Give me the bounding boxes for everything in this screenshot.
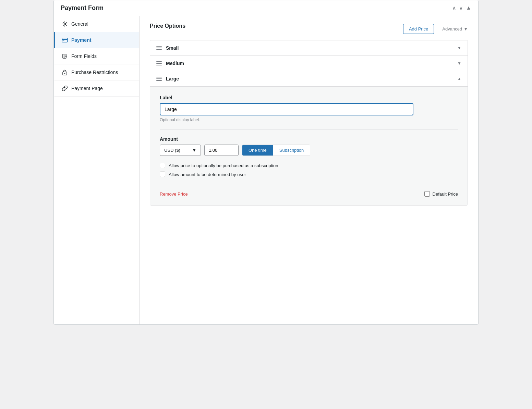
default-price-checkbox[interactable] [424, 191, 430, 197]
sidebar-item-form-fields-label: Form Fields [71, 53, 97, 59]
price-row-large[interactable]: Large ▲ [150, 71, 468, 87]
window-title: Payment Form [61, 4, 104, 12]
chevron-up-icon[interactable]: ∧ [452, 5, 456, 11]
allow-subscription-checkbox[interactable] [160, 163, 165, 168]
gear-icon [62, 21, 68, 27]
chevron-down-icon[interactable]: ∨ [459, 5, 463, 11]
sidebar-item-payment[interactable]: Payment [54, 32, 139, 48]
default-price-row: Default Price [424, 191, 458, 197]
sidebar-item-payment-label: Payment [71, 37, 91, 43]
allow-subscription-label: Allow price to optionally be purchased a… [169, 163, 278, 168]
price-label-large: Large [166, 76, 179, 82]
add-price-button[interactable]: Add Price [403, 24, 434, 34]
currency-value: USD ($) [164, 148, 180, 153]
main-content: Price Options Add Price Advanced ▼ [140, 16, 478, 324]
amount-row: USD ($) ▼ One time Subscription [160, 145, 458, 156]
credit-card-icon [62, 37, 68, 43]
subscription-button[interactable]: Subscription [273, 145, 310, 156]
divider-2 [160, 184, 458, 184]
payment-type-toggle: One time Subscription [242, 145, 310, 156]
sidebar-item-purchase-restrictions[interactable]: Purchase Restrictions [54, 64, 139, 80]
one-time-button[interactable]: One time [242, 145, 273, 156]
currency-chevron-icon: ▼ [192, 148, 196, 153]
sidebar-item-general-label: General [71, 21, 88, 27]
advanced-chevron-icon: ▼ [463, 26, 468, 32]
label-input[interactable] [160, 103, 413, 115]
sidebar-item-payment-page[interactable]: Payment Page [54, 80, 139, 97]
label-field-label: Label [160, 95, 458, 100]
svg-point-0 [64, 23, 66, 25]
expand-icon[interactable]: ▲ [466, 5, 471, 11]
bottom-row: Remove Price Default Price [160, 191, 458, 197]
price-label-small: Small [166, 45, 179, 51]
price-expanded-panel: Label Optional display label. Amount USD… [150, 87, 468, 205]
sidebar: General Payment [54, 16, 140, 324]
window-controls: ∧ ∨ ▲ [452, 5, 471, 11]
chevron-up-large-icon: ▲ [457, 76, 461, 81]
sidebar-item-form-fields[interactable]: Form Fields [54, 48, 139, 64]
chevron-down-medium-icon: ▼ [457, 61, 461, 66]
sidebar-item-payment-page-label: Payment Page [71, 86, 103, 91]
amount-field-group: Amount USD ($) ▼ One time Subscription [160, 136, 458, 156]
currency-select[interactable]: USD ($) ▼ [160, 145, 201, 156]
allow-user-amount-checkbox[interactable] [160, 172, 165, 177]
lock-icon [62, 69, 68, 75]
price-row-small[interactable]: Small ▼ [150, 40, 468, 56]
svg-point-6 [64, 73, 65, 74]
sidebar-item-general[interactable]: General [54, 16, 139, 32]
amount-input[interactable] [204, 145, 239, 156]
label-field-hint: Optional display label. [160, 117, 458, 122]
advanced-label: Advanced [442, 26, 462, 32]
remove-price-button[interactable]: Remove Price [160, 191, 188, 197]
price-row-medium[interactable]: Medium ▼ [150, 56, 468, 71]
amount-field-label: Amount [160, 136, 458, 142]
drag-handle-small[interactable] [156, 46, 162, 50]
section-title: Price Options [150, 23, 185, 29]
chevron-down-small-icon: ▼ [457, 46, 461, 50]
divider-1 [160, 129, 458, 129]
checkbox-subscription-row: Allow price to optionally be purchased a… [160, 163, 458, 168]
allow-user-amount-label: Allow amount to be determined by user [169, 172, 246, 177]
default-price-label: Default Price [433, 191, 458, 197]
price-label-medium: Medium [166, 61, 184, 66]
sidebar-item-purchase-restrictions-label: Purchase Restrictions [71, 70, 118, 75]
svg-rect-1 [62, 38, 68, 42]
label-field-group: Label Optional display label. [160, 95, 458, 122]
link-icon [62, 85, 68, 91]
edit-icon [62, 53, 68, 59]
drag-handle-large[interactable] [156, 77, 162, 81]
checkbox-user-amount-row: Allow amount to be determined by user [160, 172, 458, 177]
advanced-button[interactable]: Advanced ▼ [442, 26, 468, 32]
price-list: Small ▼ Medium ▼ [150, 40, 468, 206]
drag-handle-medium[interactable] [156, 61, 162, 65]
